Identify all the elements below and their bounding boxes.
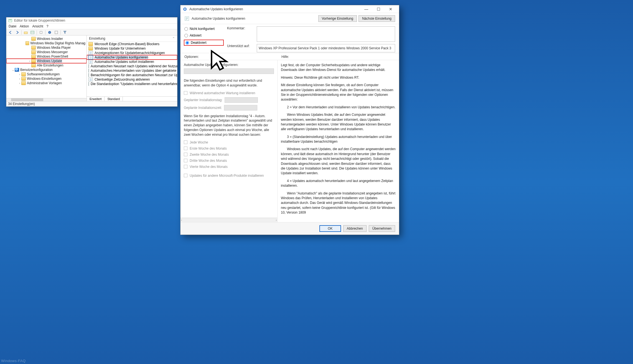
chevron-icon[interactable]: ⌄	[11, 68, 15, 71]
policy-doc-icon	[88, 55, 93, 59]
svg-rect-3	[31, 31, 34, 34]
setting-row-8[interactable]: Clientseitige Zielzuordnung aktivieren	[87, 77, 177, 82]
tree-item-1[interactable]: Windows Media Digital Rights Manag	[6, 41, 87, 45]
tree-item-8[interactable]: ›Softwareeinstellungen	[6, 72, 87, 76]
status-text: 34 Einstellung(en)	[8, 102, 35, 106]
up-folder-icon[interactable]	[23, 30, 28, 35]
tree-item-4[interactable]: Windows PowerShell	[6, 54, 87, 59]
ok-button[interactable]: OK	[319, 225, 341, 232]
tree-item-5[interactable]: ›Windows Update	[6, 59, 87, 63]
help-panel[interactable]: Legt fest, ob der Computer Sicherheitsup…	[278, 60, 399, 222]
scroll-left-icon[interactable]: ‹	[181, 219, 182, 222]
checkbox[interactable]	[184, 174, 187, 177]
setting-row-1[interactable]: Windows Update für Unternehmen	[87, 46, 177, 51]
maximize-icon[interactable]: ☐	[372, 6, 385, 12]
setting-row-9[interactable]: Die Standardoption "Updates installieren…	[87, 82, 177, 86]
tree-item-label: Windows Media Player	[37, 46, 71, 50]
policy-doc-icon	[88, 69, 89, 73]
folder-icon	[31, 46, 36, 50]
tree-item-3[interactable]: Windows Messenger	[6, 50, 87, 54]
tab-extended[interactable]: Erweitert	[87, 97, 105, 101]
comment-textarea[interactable]	[257, 26, 395, 42]
setting-row-3[interactable]: Automatische Updates konfigurieren	[87, 55, 177, 60]
policy-doc-icon	[88, 78, 93, 81]
help-icon[interactable]: ?	[47, 30, 52, 35]
tree-item-6[interactable]: Alle Einstellungen	[6, 63, 87, 68]
list-header[interactable]: Einstellung ⌃	[87, 35, 177, 42]
gpe-tree[interactable]: Windows InstallerWindows Media Digital R…	[6, 35, 87, 101]
minimize-icon[interactable]: —	[360, 6, 372, 12]
setting-label: Benachrichtigungen für den automatischen…	[91, 73, 177, 77]
tree-hscrollbar[interactable]	[6, 98, 87, 101]
opt-week1: Erste Woche des Monats	[190, 147, 227, 150]
chevron-icon[interactable]: ›	[18, 77, 21, 80]
forward-icon[interactable]	[15, 30, 20, 35]
folder-icon	[31, 50, 36, 54]
setting-row-0[interactable]: Microsoft Edge (Chromium-Based) Blockers	[87, 42, 177, 46]
scroll-right-icon[interactable]: ›	[276, 219, 277, 222]
tree-item-2[interactable]: Windows Media Player	[6, 45, 87, 50]
opt-week4: Vierte Woche des Monats	[190, 165, 228, 169]
back-icon[interactable]	[8, 30, 13, 35]
checkbox[interactable]	[184, 153, 187, 156]
setting-label: Automatische Updates konfigurieren	[95, 55, 148, 59]
tree-item-0[interactable]: Windows Installer	[6, 37, 87, 41]
setting-row-2[interactable]: Anzeigeoptionen für Updatebenachrichtigu…	[87, 51, 177, 55]
radio-enabled[interactable]: Aktiviert	[184, 34, 223, 37]
checkbox[interactable]	[184, 159, 187, 162]
checkbox[interactable]	[184, 147, 187, 150]
folder-icon	[31, 55, 36, 58]
details-icon[interactable]	[30, 30, 35, 35]
chevron-icon[interactable]: ›	[18, 82, 21, 85]
checkbox[interactable]	[184, 91, 187, 95]
checkbox[interactable]	[184, 140, 187, 144]
tree-item-9[interactable]: ›Windows-Einstellungen	[6, 76, 87, 81]
folder-icon	[21, 77, 26, 81]
radio-input[interactable]	[184, 34, 188, 37]
checkbox[interactable]	[184, 165, 187, 168]
opt-every-week: Jede Woche	[190, 140, 208, 144]
tree-item-10[interactable]: ›Administrative Vorlagen	[6, 81, 87, 85]
setting-row-4[interactable]: Automatische Updates sofort installieren	[87, 60, 177, 64]
filter-icon[interactable]	[62, 30, 67, 35]
svg-rect-0	[9, 19, 12, 22]
tree-item-label: Alle Einstellungen	[37, 63, 63, 67]
day-dropdown[interactable]	[225, 97, 258, 103]
svg-rect-10	[184, 8, 185, 10]
radio-disabled[interactable]: Deaktiviert	[184, 40, 223, 45]
dialog-meta: Kommentar: Unterstützt auf: Windows XP P…	[227, 26, 395, 52]
setting-row-5[interactable]: Automatischen Neustart nach Updates währ…	[87, 64, 177, 68]
opt-maintenance: Während automatischer Wartung installier…	[190, 91, 255, 95]
setting-row-7[interactable]: Benachrichtigungen für den automatischen…	[87, 73, 177, 77]
close-icon[interactable]: ✕	[385, 6, 397, 12]
setting-label: Die Standardoption "Updates installieren…	[91, 82, 177, 86]
config-dropdown[interactable]	[184, 68, 274, 74]
menu-help[interactable]: ?	[47, 24, 49, 28]
policy-dialog: Automatische Updates konfigurieren — ☐ ✕…	[180, 5, 399, 235]
properties-icon[interactable]	[54, 30, 59, 35]
setting-row-6[interactable]: Automatisches Herunterladen von Updates …	[87, 68, 177, 73]
radio-input[interactable]	[185, 41, 189, 45]
time-dropdown[interactable]	[224, 105, 257, 111]
previous-setting-button[interactable]: Vorherige Einstellung	[318, 15, 357, 22]
chevron-icon[interactable]: ›	[18, 73, 21, 76]
settings-list[interactable]: Microsoft Edge (Chromium-Based) Blockers…	[87, 42, 177, 96]
options-hscrollbar[interactable]: ‹›	[181, 218, 277, 222]
radio-input[interactable]	[184, 27, 188, 31]
next-setting-button[interactable]: Nächste Einstellung	[359, 15, 395, 22]
radio-not-configured[interactable]: Nicht konfiguriert	[184, 27, 223, 31]
menu-view[interactable]: Ansicht	[32, 24, 43, 28]
menu-action[interactable]: Aktion	[20, 24, 29, 28]
menu-file[interactable]: Datei	[9, 24, 16, 28]
help-text: Mit dieser Einstellung können Sie festle…	[281, 83, 396, 102]
apply-button[interactable]: Übernehmen	[369, 225, 395, 232]
dialog-titlebar[interactable]: Automatische Updates konfigurieren — ☐ ✕	[181, 5, 399, 13]
export-icon[interactable]	[39, 30, 44, 35]
cancel-button[interactable]: Abbrechen	[343, 225, 367, 232]
tab-standard[interactable]: Standard	[105, 97, 123, 101]
gpe-tabs: Erweitert Standard	[87, 96, 177, 101]
dialog-subheader: Automatische Updates konfigurieren Vorhe…	[181, 13, 399, 24]
chevron-icon[interactable]: ›	[28, 60, 31, 63]
tree-item-7[interactable]: ⌄Benutzerkonfiguration	[6, 68, 87, 72]
gpe-titlebar[interactable]: Editor für lokale Gruppenrichtlinien	[6, 17, 177, 24]
